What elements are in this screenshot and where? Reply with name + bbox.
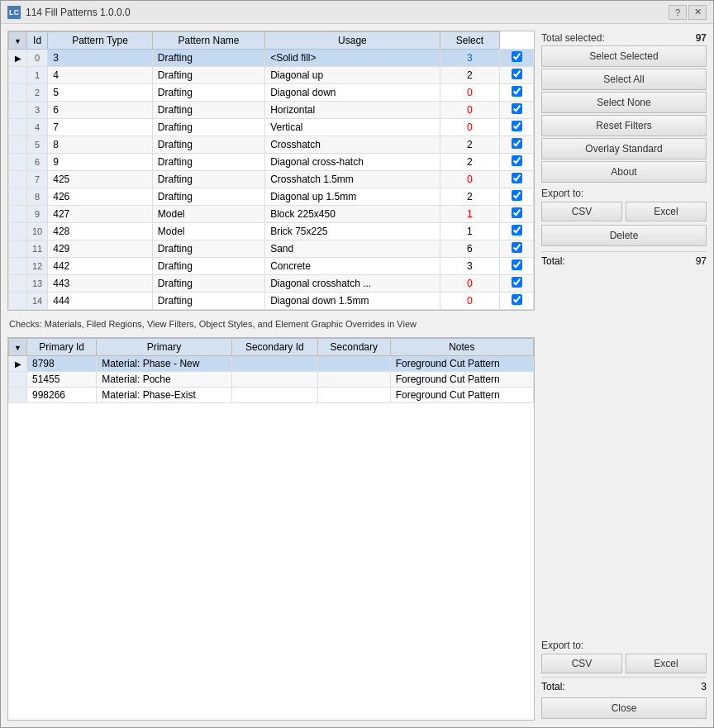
pattern-type-cell: Drafting xyxy=(152,119,264,136)
select-cell[interactable] xyxy=(500,293,534,310)
id-column-header[interactable]: Id xyxy=(27,32,48,50)
row-number: 8 xyxy=(27,188,48,206)
close-button[interactable]: Close xyxy=(541,697,707,719)
row-arrow xyxy=(9,206,27,223)
corner-header[interactable]: ▼ xyxy=(9,32,27,50)
select-checkbox[interactable] xyxy=(512,121,522,131)
fill-patterns-table-wrapper[interactable]: ▼ Id Pattern Type Pattern Name Usage Sel… xyxy=(8,31,534,310)
select-selected-button[interactable]: Select Selected xyxy=(541,45,707,67)
select-checkbox[interactable] xyxy=(512,138,522,149)
select-cell[interactable] xyxy=(500,171,534,188)
pattern-type-cell: Drafting xyxy=(152,258,264,275)
fill-patterns-table: ▼ Id Pattern Type Pattern Name Usage Sel… xyxy=(8,31,534,310)
notes-column-header[interactable]: Notes xyxy=(390,339,533,356)
bottom-row-arrow xyxy=(9,372,27,388)
usage-detail-table-wrapper[interactable]: ▼ Primary Id Primary Secondary Id Second… xyxy=(8,338,534,720)
usage-cell: 2 xyxy=(440,136,500,154)
select-cell[interactable] xyxy=(500,50,534,67)
select-checkbox[interactable] xyxy=(512,225,522,236)
select-checkbox[interactable] xyxy=(512,242,522,253)
pattern-type-cell: Drafting xyxy=(152,136,264,154)
usage-cell: 0 xyxy=(440,293,500,310)
select-cell[interactable] xyxy=(500,258,534,275)
secondary-column-header[interactable]: Secondary xyxy=(317,339,390,356)
select-column-header[interactable]: Select xyxy=(440,32,500,50)
secondary-id-cell xyxy=(231,372,317,388)
usage-detail-table-section: ▼ Primary Id Primary Secondary Id Second… xyxy=(7,337,535,721)
select-checkbox[interactable] xyxy=(512,190,522,201)
select-checkbox[interactable] xyxy=(512,86,522,97)
usage-detail-table: ▼ Primary Id Primary Secondary Id Second… xyxy=(8,338,534,403)
usage-column-header[interactable]: Usage xyxy=(265,32,440,50)
notes-cell: Foreground Cut Pattern xyxy=(390,356,533,372)
pattern-type-cell: Drafting xyxy=(152,240,264,258)
secondary-id-column-header[interactable]: Secondary Id xyxy=(231,339,317,356)
id-cell: 7 xyxy=(48,119,153,136)
pattern-name-cell: Diagonal down 1.5mm xyxy=(265,293,440,310)
id-cell: 3 xyxy=(48,50,153,67)
content-area: ▼ Id Pattern Type Pattern Name Usage Sel… xyxy=(1,24,713,727)
select-cell[interactable] xyxy=(500,154,534,171)
select-checkbox[interactable] xyxy=(512,277,522,288)
pattern-type-cell: Drafting xyxy=(152,102,264,119)
primary-column-header[interactable]: Primary xyxy=(97,339,231,356)
select-checkbox[interactable] xyxy=(512,155,522,166)
pattern-name-cell: Horizontal xyxy=(265,102,440,119)
row-number: 0 xyxy=(27,50,48,67)
primary-id-column-header[interactable]: Primary Id xyxy=(27,339,97,356)
select-checkbox[interactable] xyxy=(512,207,522,218)
id-cell: 426 xyxy=(48,188,153,206)
close-window-button[interactable]: ✕ xyxy=(688,5,707,20)
pattern-name-cell: Sand xyxy=(265,240,440,258)
bottom-total-label: Total: xyxy=(541,681,565,692)
top-csv-button[interactable]: CSV xyxy=(541,202,622,221)
row-number: 5 xyxy=(27,136,48,154)
select-cell[interactable] xyxy=(500,223,534,240)
pattern-name-column-header[interactable]: Pattern Name xyxy=(152,32,264,50)
top-excel-button[interactable]: Excel xyxy=(626,202,707,221)
select-checkbox[interactable] xyxy=(512,294,522,305)
bottom-excel-button[interactable]: Excel xyxy=(626,654,707,673)
bottom-csv-button[interactable]: CSV xyxy=(541,654,622,673)
overlay-standard-button[interactable]: Overlay Standard xyxy=(541,138,707,159)
bottom-row-arrow xyxy=(9,388,27,403)
select-cell[interactable] xyxy=(500,84,534,102)
pattern-name-cell: Block 225x450 xyxy=(265,206,440,223)
total-selected-value: 97 xyxy=(696,32,707,44)
select-cell[interactable] xyxy=(500,275,534,293)
select-cell[interactable] xyxy=(500,240,534,258)
id-cell: 8 xyxy=(48,136,153,154)
select-checkbox[interactable] xyxy=(512,69,522,79)
usage-cell: 2 xyxy=(440,154,500,171)
select-cell[interactable] xyxy=(500,67,534,84)
select-checkbox[interactable] xyxy=(512,173,522,183)
pattern-type-cell: Drafting xyxy=(152,188,264,206)
about-button[interactable]: About xyxy=(541,161,707,183)
help-button[interactable]: ? xyxy=(669,5,687,20)
pattern-name-cell: Crosshatch 1.5mm xyxy=(265,171,440,188)
pattern-type-cell: Model xyxy=(152,223,264,240)
select-cell[interactable] xyxy=(500,206,534,223)
select-all-button[interactable]: Select All xyxy=(541,69,707,90)
select-cell[interactable] xyxy=(500,102,534,119)
secondary-cell xyxy=(317,356,390,372)
select-checkbox[interactable] xyxy=(512,51,522,62)
pattern-type-column-header[interactable]: Pattern Type xyxy=(48,32,153,50)
row-arrow: ▶ xyxy=(9,50,27,67)
select-none-button[interactable]: Select None xyxy=(541,92,707,113)
delete-button[interactable]: Delete xyxy=(541,225,707,246)
select-checkbox[interactable] xyxy=(512,103,522,114)
row-number: 11 xyxy=(27,240,48,258)
select-checkbox[interactable] xyxy=(512,259,522,270)
id-cell: 6 xyxy=(48,102,153,119)
bottom-corner-header[interactable]: ▼ xyxy=(9,339,27,356)
checks-text: Checks: Materials, Filed Regions, View F… xyxy=(7,316,535,332)
select-cell[interactable] xyxy=(500,188,534,206)
row-arrow xyxy=(9,223,27,240)
bottom-export-label: Export to: xyxy=(541,640,707,651)
select-cell[interactable] xyxy=(500,136,534,154)
primary-id-cell: 51455 xyxy=(27,372,97,388)
select-cell[interactable] xyxy=(500,119,534,136)
primary-cell: Material: Phase - New xyxy=(97,356,231,372)
reset-filters-button[interactable]: Reset Filters xyxy=(541,115,707,136)
